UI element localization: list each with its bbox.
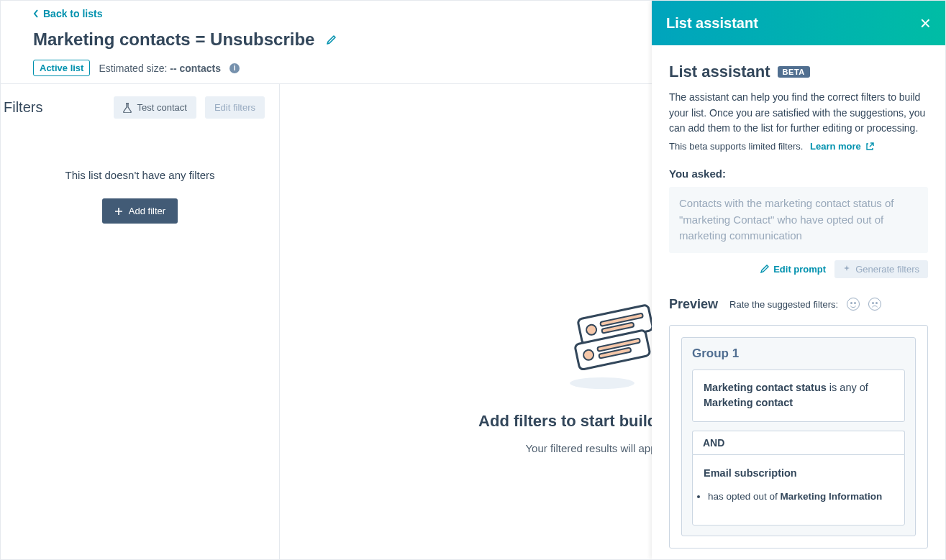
- add-filter-button[interactable]: Add filter: [102, 198, 178, 224]
- edit-filters-button: Edit filters: [205, 96, 265, 119]
- filters-empty-message: This list doesn't have any filters: [1, 169, 279, 181]
- chevron-left-icon: [33, 9, 39, 18]
- list-assistant-panel: List assistant × List assistant BETA The…: [652, 1, 945, 559]
- condition-join: AND: [692, 431, 905, 454]
- beta-badge: BETA: [778, 66, 810, 78]
- panel-body-title: List assistant BETA: [669, 63, 928, 81]
- rate-sad-icon[interactable]: [868, 298, 881, 311]
- rate-label: Rate the suggested filters:: [729, 299, 838, 310]
- beaker-icon: [123, 103, 132, 113]
- preview-card: Group 1 Marketing contact status is any …: [669, 325, 928, 549]
- info-icon[interactable]: i: [229, 63, 240, 73]
- active-list-badge: Active list: [33, 60, 90, 76]
- back-to-lists-link[interactable]: Back to lists: [33, 8, 102, 19]
- edit-title-icon[interactable]: [326, 34, 337, 45]
- generate-filters-button: Generate filters: [834, 260, 928, 278]
- edit-prompt-button[interactable]: Edit prompt: [760, 264, 826, 275]
- rate-happy-icon[interactable]: [847, 298, 860, 311]
- test-contact-button[interactable]: Test contact: [114, 96, 196, 119]
- panel-beta-note: This beta supports limited filters. Lear…: [669, 141, 928, 152]
- panel-description: The assistant can help you find the corr…: [669, 90, 928, 137]
- group-title: Group 1: [692, 346, 905, 361]
- condition-1[interactable]: Marketing contact status is any of Marke…: [692, 369, 905, 423]
- estimated-size: Estimated size: -- contacts: [99, 63, 221, 74]
- panel-header-title: List assistant: [666, 15, 758, 32]
- sparkle-icon: [843, 265, 851, 273]
- add-filter-label: Add filter: [129, 206, 165, 216]
- pencil-icon: [760, 265, 769, 273]
- page-title: Marketing contacts = Unsubscribe: [33, 29, 314, 50]
- condition-2[interactable]: Email subscription has opted out of Mark…: [692, 454, 905, 525]
- illustration-icon: [563, 290, 663, 390]
- edit-filters-label: Edit filters: [214, 102, 255, 113]
- preview-title: Preview: [669, 297, 718, 312]
- plus-icon: [114, 207, 123, 216]
- svg-point-8: [570, 377, 635, 389]
- prompt-text: Contacts with the marketing contact stat…: [669, 187, 928, 253]
- back-to-lists-label: Back to lists: [43, 8, 102, 19]
- external-link-icon: [865, 142, 874, 151]
- test-contact-label: Test contact: [137, 102, 187, 113]
- filters-title: Filters: [4, 99, 42, 116]
- close-icon[interactable]: ×: [920, 14, 931, 32]
- you-asked-label: You asked:: [669, 167, 928, 180]
- learn-more-link[interactable]: Learn more: [810, 141, 874, 152]
